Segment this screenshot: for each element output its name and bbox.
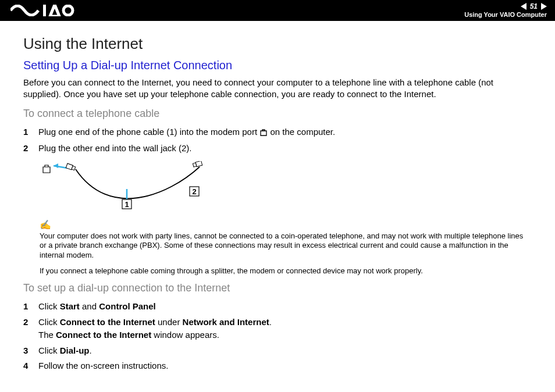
prev-page-arrow-icon[interactable] — [521, 3, 526, 10]
step-item: 3 Click Dial-up. — [23, 344, 532, 358]
steps-list-b: 1 Click Start and Control Panel 2 Click … — [23, 300, 532, 373]
svg-rect-0 — [43, 5, 46, 16]
step-number: 1 — [23, 126, 38, 140]
page-title: Using the Internet — [23, 35, 532, 53]
step-item: 1 Click Start and Control Panel — [23, 300, 532, 313]
next-page-arrow-icon[interactable] — [541, 3, 547, 10]
note-icon: ✍ — [40, 219, 532, 230]
diagram-label-1: 1 — [124, 200, 129, 209]
note-text-2: If you connect a telephone cable coming … — [40, 266, 532, 276]
header-bar: 51 Using Your VAIO Computer — [0, 0, 555, 21]
page-nav: 51 — [521, 3, 547, 10]
step-number: 2 — [23, 316, 38, 342]
note-text-1: Your computer does not work with party l… — [40, 231, 532, 261]
step-item: 4 Follow the on-screen instructions. — [23, 359, 532, 373]
subsection-title: Setting Up a Dial-up Internet Connection — [23, 59, 532, 72]
step-item: 1 Plug one end of the phone cable (1) in… — [23, 126, 532, 140]
step-number: 2 — [23, 142, 38, 155]
step-text: Click Start and Control Panel — [38, 300, 532, 313]
step-item: 2 Plug the other end into the wall jack … — [23, 142, 532, 155]
section-label: Using Your VAIO Computer — [464, 11, 547, 18]
step-number: 4 — [23, 359, 38, 373]
step-number: 3 — [23, 344, 38, 358]
modem-port-icon — [259, 127, 268, 140]
svg-rect-6 — [193, 162, 196, 166]
procedure-heading-b: To set up a dial-up connection to the In… — [23, 282, 532, 294]
diagram-label-2: 2 — [192, 187, 196, 196]
step-text: Click Connect to the Internet under Netw… — [38, 316, 532, 342]
step-text: Follow the on-screen instructions. — [38, 359, 532, 373]
vaio-logo — [10, 5, 74, 16]
intro-paragraph: Before you can connect to the Internet, … — [23, 77, 532, 101]
step-item: 2 Click Connect to the Internet under Ne… — [23, 316, 532, 342]
header-right: 51 Using Your VAIO Computer — [464, 3, 547, 18]
svg-point-1 — [63, 6, 73, 15]
cable-diagram: 1 2 — [40, 161, 532, 216]
step-text: Click Dial-up. — [38, 344, 532, 358]
svg-marker-2 — [54, 163, 58, 168]
procedure-heading-a: To connect a telephone cable — [23, 108, 532, 120]
note-block: ✍ Your computer does not work with party… — [40, 219, 532, 277]
page-number: 51 — [530, 3, 538, 10]
page-content: Using the Internet Setting Up a Dial-up … — [0, 21, 555, 390]
step-text: Plug the other end into the wall jack (2… — [38, 142, 532, 155]
step-text: Plug one end of the phone cable (1) into… — [38, 126, 532, 140]
steps-list-a: 1 Plug one end of the phone cable (1) in… — [23, 126, 532, 155]
step-number: 1 — [23, 300, 38, 313]
